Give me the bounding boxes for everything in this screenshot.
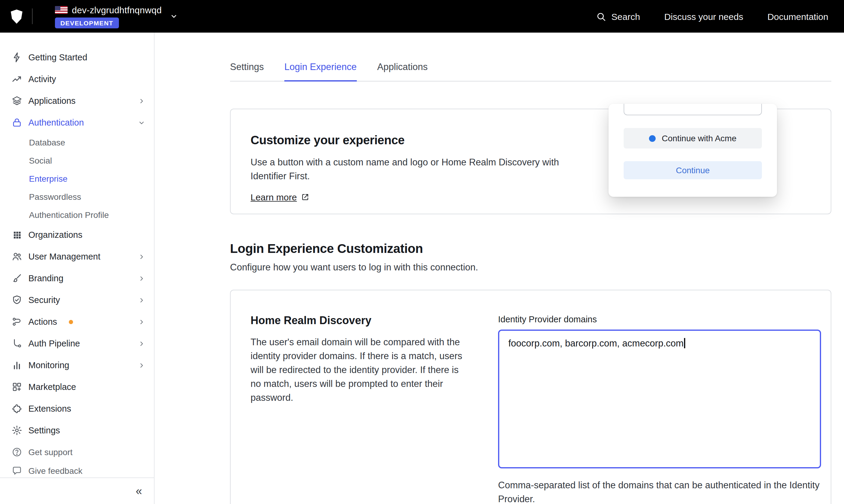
sidebar-item-getting-started[interactable]: Getting Started — [0, 47, 154, 68]
help-icon — [12, 446, 22, 457]
tab-bar: Settings Login Experience Applications — [230, 61, 831, 82]
search-icon — [596, 11, 606, 21]
chevron-right-icon — [138, 340, 145, 347]
sidebar-item-label: Enterprise — [29, 174, 68, 183]
grid-icon — [12, 230, 22, 240]
lock-icon — [12, 117, 22, 128]
search-button[interactable]: Search — [596, 11, 640, 21]
sidebar-item-label: Applications — [29, 96, 75, 106]
us-flag-icon — [55, 6, 68, 14]
sidebar-item-authentication[interactable]: Authentication — [0, 112, 154, 133]
customize-experience-card: Customize your experience Use a button w… — [230, 109, 831, 214]
sidebar-item-label: Security — [29, 295, 60, 305]
sidebar-item-security[interactable]: Security — [0, 289, 154, 311]
puzzle-icon — [12, 403, 22, 414]
section-subtitle: Configure how you want users to log in w… — [230, 262, 831, 273]
tab-settings[interactable]: Settings — [230, 61, 264, 81]
pipeline-icon — [12, 338, 22, 349]
learn-more-label: Learn more — [251, 192, 297, 202]
sidebar-item-label: Auth Pipeline — [29, 339, 80, 348]
sidebar-item-label: Monitoring — [29, 360, 69, 370]
sidebar-item-label: Organizations — [29, 230, 83, 240]
sidebar-item-label: Give feedback — [29, 466, 83, 475]
sidebar-item-passwordless[interactable]: Passwordless — [0, 188, 154, 206]
section-title: Login Experience Customization — [230, 241, 831, 256]
users-icon — [12, 251, 22, 262]
sidebar-item-get-support[interactable]: Get support — [0, 443, 154, 461]
sidebar: Getting Started Activity Applications Au… — [0, 33, 155, 504]
sidebar-item-applications[interactable]: Applications — [0, 90, 154, 112]
sidebar-item-authentication-profile[interactable]: Authentication Profile — [0, 206, 154, 224]
home-realm-discovery-card: Home Realm Discovery The user's email do… — [230, 290, 831, 504]
identity-provider-domains-label: Identity Provider domains — [498, 314, 821, 324]
learn-more-link[interactable]: Learn more — [251, 192, 309, 202]
marketplace-icon — [12, 381, 22, 392]
chevron-down-icon[interactable] — [169, 12, 178, 20]
flow-icon — [12, 316, 22, 327]
chevron-right-icon — [138, 318, 145, 326]
sidebar-item-monitoring[interactable]: Monitoring — [0, 354, 154, 376]
search-label: Search — [611, 11, 640, 21]
chevron-right-icon — [138, 361, 145, 369]
sidebar-item-label: Branding — [29, 273, 64, 283]
sidebar-item-database[interactable]: Database — [0, 133, 154, 151]
domains-helper-text: Comma-separated list of the domains that… — [498, 478, 821, 504]
sidebar-footer: « — [0, 478, 154, 504]
preview-identifier-input — [624, 104, 762, 115]
sidebar-item-social[interactable]: Social — [0, 151, 154, 169]
acme-logo-icon — [649, 135, 656, 142]
gear-icon — [12, 425, 22, 436]
sidebar-item-marketplace[interactable]: Marketplace — [0, 376, 154, 398]
sidebar-item-actions[interactable]: Actions — [0, 311, 154, 332]
topbar: dev-zlvgrudhtfnqnwqd DEVELOPMENT Search … — [0, 0, 844, 33]
activity-icon — [12, 74, 22, 85]
sidebar-item-label: User Management — [29, 252, 101, 262]
tenant-name: dev-zlvgrudhtfnqnwqd — [72, 4, 162, 15]
preview-continue-with-acme-button: Continue with Acme — [624, 128, 762, 148]
sidebar-item-branding[interactable]: Branding — [0, 267, 154, 289]
sidebar-item-extensions[interactable]: Extensions — [0, 398, 154, 419]
hrd-title: Home Realm Discovery — [251, 314, 463, 327]
sidebar-item-settings[interactable]: Settings — [0, 419, 154, 441]
sidebar-item-label: Extensions — [29, 404, 71, 413]
tab-applications[interactable]: Applications — [377, 61, 428, 81]
notification-dot — [69, 320, 73, 324]
chevron-right-icon — [138, 274, 145, 282]
auth0-logo-icon[interactable] — [8, 8, 25, 24]
sidebar-item-label: Authentication — [29, 118, 84, 127]
sidebar-item-label: Settings — [29, 426, 60, 435]
lightning-icon — [12, 52, 22, 63]
sidebar-item-label: Activity — [29, 74, 56, 84]
sidebar-item-auth-pipeline[interactable]: Auth Pipeline — [0, 332, 154, 354]
sidebar-item-label: Getting Started — [29, 53, 87, 62]
sidebar-item-activity[interactable]: Activity — [0, 68, 154, 90]
identity-provider-domains-input[interactable]: foocorp.com, barcorp.com, acmecorp.com — [498, 329, 821, 468]
sidebar-item-enterprise[interactable]: Enterprise — [0, 169, 154, 188]
tab-login-experience[interactable]: Login Experience — [284, 61, 357, 82]
documentation-link[interactable]: Documentation — [767, 11, 828, 21]
external-link-icon — [300, 193, 309, 202]
sidebar-item-label: Passwordless — [29, 192, 81, 202]
tenant-switcher[interactable]: dev-zlvgrudhtfnqnwqd DEVELOPMENT — [55, 4, 162, 28]
page: dev-zlvgrudhtfnqnwqd DEVELOPMENT Search … — [0, 0, 844, 504]
layers-icon — [12, 95, 22, 106]
sidebar-item-label: Database — [29, 138, 65, 147]
sidebar-item-user-management[interactable]: User Management — [0, 246, 154, 267]
hrd-description: The user's email domain will be compared… — [251, 335, 463, 404]
text-cursor — [684, 338, 685, 348]
sidebar-item-give-feedback[interactable]: Give feedback — [0, 461, 154, 480]
environment-badge: DEVELOPMENT — [55, 17, 119, 28]
sidebar-item-organizations[interactable]: Organizations — [0, 224, 154, 246]
collapse-sidebar-button[interactable]: « — [130, 482, 148, 500]
domains-value: foocorp.com, barcorp.com, acmecorp.com — [508, 338, 684, 348]
discuss-your-needs-link[interactable]: Discuss your needs — [664, 11, 743, 21]
chevron-right-icon — [138, 296, 145, 304]
feedback-icon — [12, 465, 22, 476]
preview-continue-button: Continue — [624, 161, 762, 179]
chevron-right-icon — [138, 253, 145, 260]
bars-icon — [12, 360, 22, 371]
topbar-divider — [32, 8, 33, 24]
shield-icon — [12, 294, 22, 305]
preview-button-label: Continue with Acme — [662, 133, 736, 143]
sidebar-item-label: Get support — [29, 447, 72, 456]
